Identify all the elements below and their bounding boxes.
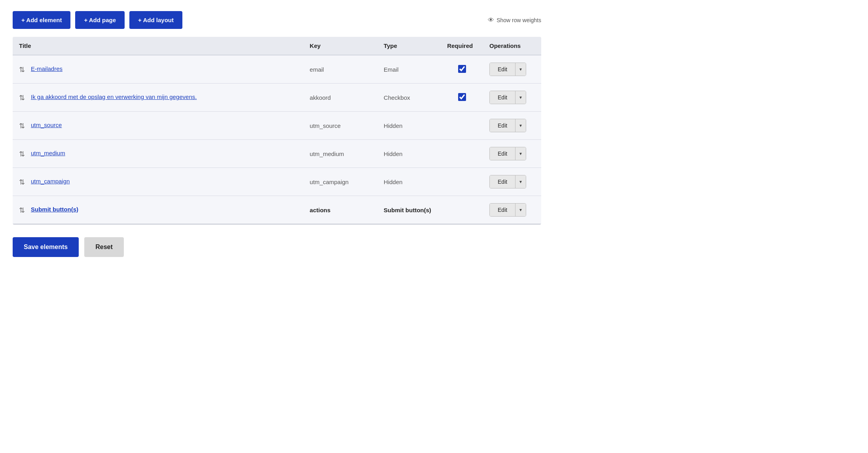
edit-dropdown-button-emailadres[interactable]: ▾ xyxy=(515,63,526,76)
required-checkbox-akkoord[interactable] xyxy=(458,93,466,101)
col-header-type: Type xyxy=(377,37,441,55)
cell-key-utm_source: utm_source xyxy=(303,112,377,140)
eye-icon: 👁 xyxy=(488,17,494,24)
table-row: Ik ga akkoord met de opslag en verwerkin… xyxy=(13,84,541,112)
cell-type-emailadres: Email xyxy=(377,55,441,84)
drag-handle-icon[interactable] xyxy=(19,122,26,129)
add-element-button[interactable]: + Add element xyxy=(13,11,70,29)
cell-type-utm_medium: Hidden xyxy=(377,140,441,168)
drag-handle-icon[interactable] xyxy=(19,178,26,186)
edit-button-akkoord[interactable]: Edit xyxy=(490,91,515,104)
table-row: utm_mediumutm_mediumHiddenEdit▾ xyxy=(13,140,541,168)
cell-required-emailadres xyxy=(441,55,483,84)
cell-title-utm_medium: utm_medium xyxy=(13,140,303,168)
cell-type-utm_source: Hidden xyxy=(377,112,441,140)
key-value: akkoord xyxy=(310,94,331,101)
show-row-weights-button[interactable]: 👁 Show row weights xyxy=(488,17,541,24)
type-value: Checkbox xyxy=(384,94,410,101)
cell-key-akkoord: akkoord xyxy=(303,84,377,112)
toolbar: + Add element + Add page + Add layout 👁 … xyxy=(13,11,541,29)
drag-handle-icon[interactable] xyxy=(19,93,26,101)
col-header-title: Title xyxy=(13,37,303,55)
type-value: Submit button(s) xyxy=(384,207,431,213)
edit-button-submit_button[interactable]: Edit xyxy=(490,204,515,216)
cell-operations-emailadres: Edit▾ xyxy=(483,55,541,84)
edit-dropdown-button-submit_button[interactable]: ▾ xyxy=(515,204,526,216)
save-elements-button[interactable]: Save elements xyxy=(13,237,79,257)
drag-handle-icon[interactable] xyxy=(19,150,26,158)
cell-required-akkoord xyxy=(441,84,483,112)
type-value: Email xyxy=(384,66,399,73)
key-value: utm_medium xyxy=(310,150,344,157)
row-title-link-submit_button[interactable]: Submit button(s) xyxy=(31,206,78,213)
page-wrapper: + Add element + Add page + Add layout 👁 … xyxy=(0,0,554,268)
cell-title-utm_campaign: utm_campaign xyxy=(13,168,303,196)
cell-required-submit_button xyxy=(441,196,483,225)
footer-toolbar: Save elements Reset xyxy=(13,237,541,257)
row-title-link-akkoord[interactable]: Ik ga akkoord met de opslag en verwerkin… xyxy=(31,93,197,100)
cell-required-utm_source xyxy=(441,112,483,140)
cell-operations-utm_campaign: Edit▾ xyxy=(483,168,541,196)
add-page-button[interactable]: + Add page xyxy=(75,11,125,29)
cell-key-emailadres: email xyxy=(303,55,377,84)
key-value: utm_campaign xyxy=(310,179,349,185)
edit-dropdown-button-utm_source[interactable]: ▾ xyxy=(515,119,526,132)
cell-required-utm_campaign xyxy=(441,168,483,196)
type-value: Hidden xyxy=(384,179,403,185)
row-title-link-utm_campaign[interactable]: utm_campaign xyxy=(31,178,70,185)
cell-operations-akkoord: Edit▾ xyxy=(483,84,541,112)
cell-type-submit_button: Submit button(s) xyxy=(377,196,441,225)
cell-title-emailadres: E-mailadres xyxy=(13,55,303,84)
edit-button-emailadres[interactable]: Edit xyxy=(490,63,515,76)
edit-dropdown-button-utm_medium[interactable]: ▾ xyxy=(515,147,526,160)
reset-button[interactable]: Reset xyxy=(84,237,124,257)
row-title-link-utm_medium[interactable]: utm_medium xyxy=(31,150,65,156)
cell-key-submit_button: actions xyxy=(303,196,377,225)
cell-title-akkoord: Ik ga akkoord met de opslag en verwerkin… xyxy=(13,84,303,112)
elements-table: Title Key Type Required Operations E-mai… xyxy=(13,37,541,225)
required-checkbox-emailadres[interactable] xyxy=(458,65,466,73)
edit-button-utm_medium[interactable]: Edit xyxy=(490,147,515,160)
col-header-required: Required xyxy=(441,37,483,55)
col-header-key: Key xyxy=(303,37,377,55)
operation-group-utm_campaign: Edit▾ xyxy=(489,175,526,188)
table-row: utm_sourceutm_sourceHiddenEdit▾ xyxy=(13,112,541,140)
table-row: E-mailadresemailEmailEdit▾ xyxy=(13,55,541,84)
cell-operations-utm_medium: Edit▾ xyxy=(483,140,541,168)
type-value: Hidden xyxy=(384,150,403,157)
row-title-link-emailadres[interactable]: E-mailadres xyxy=(31,65,63,72)
add-layout-button[interactable]: + Add layout xyxy=(129,11,182,29)
cell-operations-utm_source: Edit▾ xyxy=(483,112,541,140)
operation-group-akkoord: Edit▾ xyxy=(489,91,526,104)
drag-handle-icon[interactable] xyxy=(19,65,26,73)
operation-group-utm_medium: Edit▾ xyxy=(489,147,526,160)
table-header-row: Title Key Type Required Operations xyxy=(13,37,541,55)
cell-title-utm_source: utm_source xyxy=(13,112,303,140)
operation-group-emailadres: Edit▾ xyxy=(489,63,526,76)
cell-key-utm_medium: utm_medium xyxy=(303,140,377,168)
edit-button-utm_source[interactable]: Edit xyxy=(490,119,515,132)
edit-dropdown-button-utm_campaign[interactable]: ▾ xyxy=(515,175,526,188)
type-value: Hidden xyxy=(384,122,403,129)
table-row: Submit button(s)actionsSubmit button(s)E… xyxy=(13,196,541,225)
key-value: utm_source xyxy=(310,122,341,129)
cell-type-akkoord: Checkbox xyxy=(377,84,441,112)
row-title-link-utm_source[interactable]: utm_source xyxy=(31,122,62,128)
show-row-weights-label: Show row weights xyxy=(497,17,541,23)
edit-button-utm_campaign[interactable]: Edit xyxy=(490,175,515,188)
cell-required-utm_medium xyxy=(441,140,483,168)
edit-dropdown-button-akkoord[interactable]: ▾ xyxy=(515,91,526,104)
operation-group-utm_source: Edit▾ xyxy=(489,119,526,132)
operation-group-submit_button: Edit▾ xyxy=(489,203,526,217)
col-header-operations: Operations xyxy=(483,37,541,55)
cell-key-utm_campaign: utm_campaign xyxy=(303,168,377,196)
drag-handle-icon[interactable] xyxy=(19,206,26,214)
table-row: utm_campaignutm_campaignHiddenEdit▾ xyxy=(13,168,541,196)
cell-type-utm_campaign: Hidden xyxy=(377,168,441,196)
cell-operations-submit_button: Edit▾ xyxy=(483,196,541,225)
key-value: actions xyxy=(310,207,331,213)
key-value: email xyxy=(310,66,324,73)
cell-title-submit_button: Submit button(s) xyxy=(13,196,303,225)
